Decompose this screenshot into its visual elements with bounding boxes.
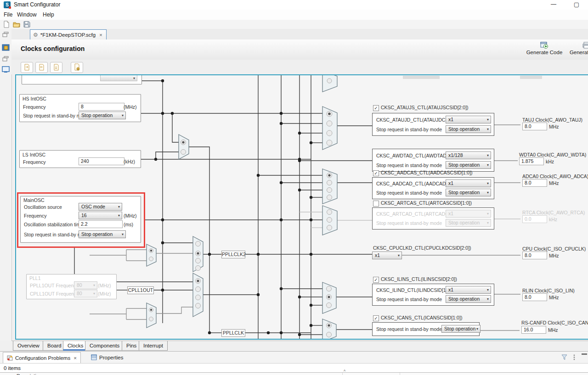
can-standby-label: Stop request in stand-by mode [376, 326, 442, 332]
minimize-button[interactable]: — [546, 0, 561, 10]
filter-icon[interactable] [561, 354, 568, 361]
ppll1out-unit: (MHz) [98, 283, 111, 288]
mainosc-source-dropdown[interactable]: OSC mode▾ [79, 203, 122, 211]
tab-clocks[interactable]: Clocks [63, 341, 88, 351]
open-folder-icon [12, 20, 21, 28]
wdta-standby-label: Stop request in stand-by mode [376, 162, 442, 168]
mainosc-source-label: Oscillation source [24, 204, 62, 210]
mainosc-standby-dropdown[interactable]: Stop operation▾ [79, 230, 126, 238]
adca-divider-dropdown[interactable]: x1▾ [446, 179, 491, 187]
lin-standby-dropdown[interactable]: Stop operation▾ [446, 295, 491, 303]
tauj-divider-dropdown[interactable]: x1▾ [446, 116, 491, 123]
partial-top-dropdown[interactable]: ▾ [100, 74, 137, 81]
can-divider-box: Stop request in stand-by mode Stop opera… [372, 322, 480, 336]
rs-canfd-clock-label: RS-CANFD Clock(C_ISO_CAN) [521, 320, 588, 325]
menu-window[interactable]: Window [15, 11, 39, 18]
new-file-icon [2, 20, 11, 28]
smart-configurator-window: S Smart Configurator — ▢ File Window Hel… [0, 0, 588, 375]
console-view-icon[interactable] [2, 66, 10, 73]
wdta-divider-dropdown[interactable]: x1/128▾ [446, 151, 491, 159]
tab-components[interactable]: Components [85, 341, 124, 351]
lin-divider-dropdown[interactable]: x1▾ [446, 286, 491, 294]
cpll1out-unit: (MHz) [98, 291, 111, 297]
tauj-divider-box: CKSC_ATAUJD_CTL(ATAUJDCSID[2:0]) x1▾ Sto… [372, 113, 494, 136]
cpu-clock-value: 8.0 [522, 252, 547, 259]
adca-standby-label: Stop request in stand-by mode [376, 190, 442, 196]
open-file-button[interactable] [12, 20, 22, 28]
maximize-button[interactable]: ▢ [569, 0, 584, 10]
canvas-tool-button-2[interactable] [35, 62, 48, 73]
lin-source-header: ✓ CKSC_ILINS_CTL(ILINSCSID[2:0]) [373, 276, 457, 283]
generate-code-icon [540, 41, 548, 49]
can-source-header: ✓ CKSC_ICANS_CTL(ICANSCSID[1:0]) [373, 315, 462, 321]
canvas-tool-button-4[interactable] [71, 62, 83, 73]
adca-standby-dropdown[interactable]: Stop operation▾ [446, 189, 491, 196]
save-button[interactable] [23, 20, 32, 28]
new-file-button[interactable] [2, 20, 11, 28]
mux-small-b [147, 244, 156, 266]
tauj-clock-value: 8.0 [522, 123, 547, 130]
hs-frequency-input[interactable]: 8 [79, 103, 124, 111]
cpu-clock-unit: MHz [549, 253, 559, 258]
tab-close-icon[interactable]: × [99, 32, 102, 38]
mcu-package-view-icon[interactable] [2, 44, 10, 50]
mainosc-stab-input[interactable]: 2.2 [79, 220, 123, 228]
generate-code-button[interactable]: Generate Code [525, 41, 564, 55]
restore-view-icon[interactable] [2, 31, 10, 38]
ls-intosc-title: LS IntOSC [23, 152, 45, 157]
description-column-header[interactable]: Description [17, 373, 42, 375]
export-file-icon [71, 62, 83, 73]
mainosc-box: MainOSC Oscillation source OSC mode▾ Fre… [20, 196, 141, 243]
ls-intosc-box: LS IntOSC Frequency 240 (kHz) [19, 150, 141, 168]
generate-report-icon [582, 41, 588, 49]
problems-panel: Configuration Problems × Properties 0 it… [0, 351, 588, 375]
problems-tab-close-icon[interactable]: × [74, 355, 77, 361]
ls-frequency-input[interactable]: 240 [79, 157, 124, 165]
rlin-clock-unit: MHz [549, 295, 559, 300]
wdta-clock-value: 1.875 [519, 157, 544, 165]
tauj-standby-dropdown[interactable]: Stop operation▾ [446, 125, 491, 133]
hs-intosc-box: HS IntOSC Frequency 8 (MHz) Stop request… [19, 94, 141, 122]
rtca-source-checkbox[interactable] [373, 201, 379, 207]
tab-interrupt[interactable]: Interrupt [139, 341, 168, 351]
menu-help[interactable]: Help [41, 11, 56, 18]
main-toolbar [0, 20, 588, 29]
menu-bar: File Window Help [0, 10, 588, 20]
lin-divider-box: CKSC_ILIND_CTL(ILINDCSID[1:0]) x1▾ Stop … [372, 284, 494, 306]
rs-canfd-clock-unit: MHz [548, 327, 558, 333]
can-standby-dropdown[interactable]: Stop operation▾ [441, 325, 481, 333]
tauj-source-checkbox[interactable]: ✓ [373, 105, 379, 111]
cpuclk-divider-dropdown[interactable]: x1▾ [372, 252, 402, 259]
editor-tab-f1km[interactable]: ⚙ *F1KM-DeepSTOP.scfg × [30, 29, 107, 39]
canvas-tool-button-3[interactable] [50, 62, 62, 73]
clock-diagram-canvas[interactable]: ▾ HS IntOSC Frequency 8 (MHz) Stop reque… [15, 74, 588, 340]
wdta-clock-unit: kHz [546, 159, 554, 164]
mainosc-stab-unit: (ms) [124, 222, 133, 227]
mux-hs-ls [179, 134, 189, 159]
page-title: Clocks configuration [21, 45, 85, 52]
tab-overview[interactable]: Overview [13, 341, 44, 351]
partial-scrolled-element-2 [520, 76, 542, 79]
menu-file[interactable]: File [2, 11, 14, 18]
minimize-panel-icon[interactable] [582, 353, 587, 355]
restore-view-icon-2[interactable] [2, 56, 10, 62]
wdta-clock-label: WDTA0 Clock(C_AWO_WDTA) [519, 152, 586, 157]
mainosc-title: MainOSC [23, 197, 45, 203]
hs-frequency-label: Frequency [23, 104, 46, 110]
wdta-standby-dropdown[interactable]: Stop operation▾ [446, 161, 491, 169]
adca-source-header: ✓ CKSC_AADCAS_CTL(AADCASCSID[1:0]) [373, 170, 473, 176]
lin-source-checkbox[interactable]: ✓ [373, 277, 379, 283]
rtca-clock-unit: kHz [549, 217, 557, 222]
wdta-divider-box: CKSC_AWDTAD_CTL(AWDTADCSID[1:0]) x1/128▾… [372, 149, 494, 172]
adca-source-checkbox[interactable]: ✓ [373, 170, 379, 176]
tab-configuration-problems[interactable]: Configuration Problems × [3, 352, 81, 363]
editor-tab-strip: ⚙ *F1KM-DeepSTOP.scfg × [11, 29, 588, 40]
can-source-checkbox[interactable]: ✓ [373, 315, 379, 321]
generate-report-button[interactable]: Generate Rep [565, 41, 588, 55]
hs-standby-dropdown[interactable]: Stop operation▾ [79, 112, 126, 119]
tauj-standby-label: Stop request in stand-by mode [376, 127, 442, 132]
canvas-tool-button-1[interactable] [21, 62, 33, 73]
mainosc-frequency-dropdown[interactable]: 16▾ [79, 212, 122, 219]
tab-properties[interactable]: Properties [87, 352, 127, 363]
view-menu-icon[interactable] [572, 354, 576, 361]
